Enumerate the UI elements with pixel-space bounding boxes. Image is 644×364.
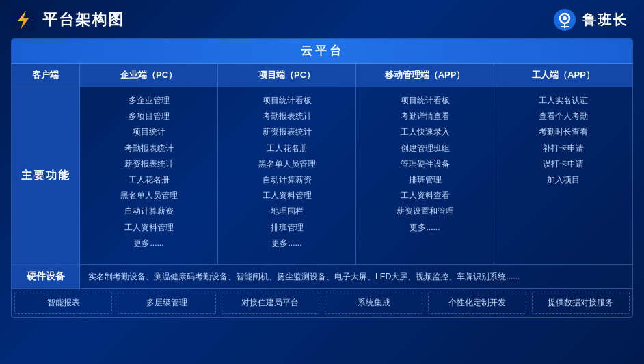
main-table: 云平台 客户端 企业端（PC） 项目端（PC） 移动管理端（APP） 工人端（A… [11,38,633,318]
list-item: 提供数据对接服务 [532,292,630,314]
col-header-worker: 工人端（APP） [494,64,632,87]
list-item: 工人花名册 [224,142,350,155]
svg-point-4 [563,16,567,20]
list-item: 创建管理班组 [362,142,488,155]
list-item: 排班管理 [362,173,488,186]
list-item: 工人资料查看 [362,189,488,202]
list-item: 工人实名认证 [500,94,627,107]
list-item: 考勤详情查看 [362,110,488,123]
list-item: 工人快速录入 [362,126,488,139]
list-item: 项目统计看板 [224,94,350,107]
list-item: 黑名单人员管理 [85,189,212,202]
header: 平台架构图 鲁班长 [0,0,644,38]
list-item: 自动计算薪资 [224,173,350,186]
hardware-row: 硬件设备 实名制考勤设备、测温健康码考勤设备、智能闸机、扬尘监测设备、电子大屏、… [12,265,632,289]
enterprise-features: 多企业管理多项目管理项目统计考勤报表统计薪资报表统计工人花名册黑名单人员管理自动… [80,87,218,264]
list-item: 多企业管理 [85,94,212,107]
brand-logo-icon [552,8,577,32]
list-item: 加入项目 [500,173,627,186]
col-header-enterprise: 企业端（PC） [80,64,218,87]
list-item: 智能报表 [14,292,112,314]
page-title: 平台架构图 [42,10,124,30]
list-item: 考勤报表统计 [85,142,212,155]
features-row: 主要功能 多企业管理多项目管理项目统计考勤报表统计薪资报表统计工人花名册黑名单人… [12,87,632,265]
list-item: 地理围栏 [224,205,350,218]
list-item: 对接住建局平台 [222,292,319,314]
col-header-project: 项目端（PC） [218,64,356,87]
list-item: 工人资料管理 [224,189,350,202]
mobile-features: 项目统计看板考勤详情查看工人快速录入创建管理班组管理硬件设备排班管理工人资料查看… [356,87,494,264]
list-item: 多层级管理 [118,292,215,314]
project-features: 项目统计看板考勤报表统计薪资报表统计工人花名册黑名单人员管理自动计算薪资工人资料… [218,87,356,264]
list-item: 薪资报表统计 [85,158,212,171]
list-item: 补打卡申请 [500,142,627,155]
tags-row: 智能报表多层级管理对接住建局平台系统集成个性化定制开发提供数据对接服务 [12,289,632,317]
brand-right: 鲁班长 [552,8,628,32]
list-item: 黑名单人员管理 [224,158,350,171]
list-item: 更多...... [224,237,350,250]
col-header-mobile: 移动管理端（APP） [356,64,494,87]
list-item: 多项目管理 [85,110,212,123]
cloud-label: 云平台 [301,44,344,57]
list-item: 考勤时长查看 [500,126,627,139]
list-item: 工人花名册 [85,173,212,186]
list-item: 系统集成 [325,292,422,314]
header-left: 平台架构图 [11,8,124,32]
worker-features: 工人实名认证查看个人考勤考勤时长查看补打卡申请误打卡申请加入项目 [494,87,632,264]
list-item: 排班管理 [224,221,350,234]
list-item: 薪资设置和管理 [362,205,488,218]
list-item: 误打卡申请 [500,158,627,171]
hardware-label: 硬件设备 [12,265,80,288]
list-item: 个性化定制开发 [428,292,526,314]
cloud-platform-row: 云平台 [12,39,632,64]
list-item: 自动计算薪资 [85,205,212,218]
list-item: 项目统计看板 [362,94,488,107]
list-item: 考勤报表统计 [224,110,350,123]
list-item: 管理硬件设备 [362,158,488,171]
hardware-content: 实名制考勤设备、测温健康码考勤设备、智能闸机、扬尘监测设备、电子大屏、LED大屏… [80,265,632,288]
list-item: 工人资料管理 [85,221,212,234]
list-item: 项目统计 [85,126,212,139]
column-headers: 客户端 企业端（PC） 项目端（PC） 移动管理端（APP） 工人端（APP） [12,64,632,87]
list-item: 查看个人考勤 [500,110,627,123]
list-item: 更多...... [362,221,488,234]
main-features-label: 主要功能 [12,87,80,264]
lightning-icon [11,8,36,32]
list-item: 薪资报表统计 [224,126,350,139]
col-header-client: 客户端 [12,64,80,87]
list-item: 更多...... [85,237,212,250]
brand-name: 鲁班长 [582,11,628,29]
